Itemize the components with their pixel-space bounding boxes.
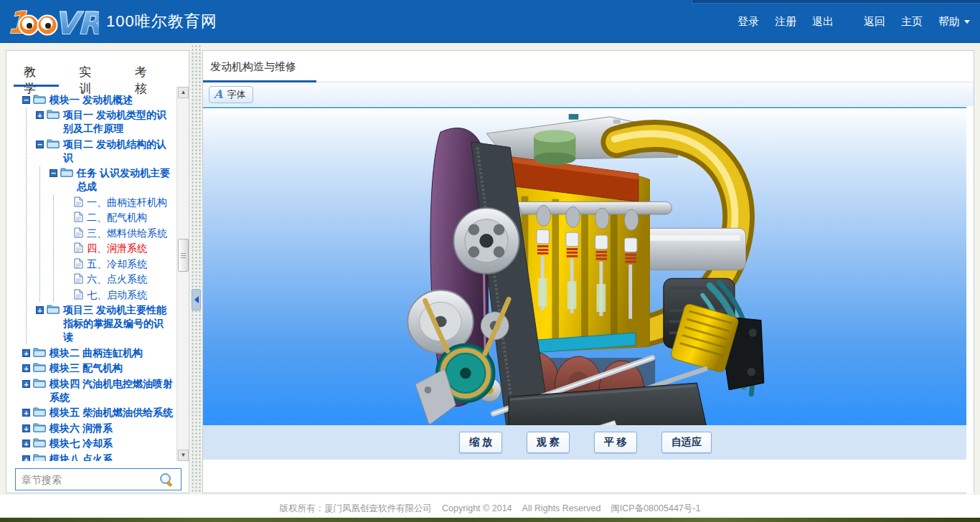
tree-item-label: 二、配气机构 <box>87 211 147 224</box>
expand-icon[interactable]: + <box>22 380 30 388</box>
footer-grass-strip <box>0 518 980 522</box>
nav-link-3[interactable]: 退出 <box>812 15 834 29</box>
tree-item[interactable]: +项目一 发动机类型的识别及工作原理 <box>36 108 173 136</box>
collapse-icon[interactable]: – <box>36 141 44 148</box>
tree-item[interactable]: 三、燃料供给系统 <box>63 227 173 240</box>
folder-icon <box>33 407 46 417</box>
nav-link-1[interactable]: 登录 <box>738 15 759 29</box>
expand-icon[interactable]: + <box>22 349 30 357</box>
folder-icon <box>33 94 46 104</box>
tree-item[interactable]: +模块五 柴油机燃油供给系统 <box>22 406 173 419</box>
sidebar-tab-3[interactable]: 考 核 <box>133 60 161 87</box>
chapter-search-row <box>6 461 189 490</box>
folder-icon <box>47 304 60 314</box>
panel-splitter[interactable] <box>191 44 202 493</box>
folder-icon <box>60 167 73 177</box>
tree-item[interactable]: 二、配气机构 <box>63 211 173 224</box>
tree-item-label: 七、启动系统 <box>87 288 147 302</box>
tree-item[interactable]: +模块四 汽油机电控燃油喷射系统 <box>22 377 173 404</box>
tree-item[interactable]: 一、曲柄连杆机构 <box>63 196 173 209</box>
tree-item-label: 模块六 润滑系 <box>50 422 113 435</box>
sidebar-tab-1[interactable]: 教 学 <box>22 60 50 87</box>
tree-item[interactable]: +模块七 冷却系 <box>22 437 173 450</box>
logo-100vr-icon: 1 VR <box>7 5 99 38</box>
engine-3d-viewer[interactable]: 缩 放观 察平 移自适应 <box>203 107 968 460</box>
expand-icon[interactable]: + <box>22 409 30 417</box>
course-tree-viewport: –模块一 发动机概述+项目一 发动机类型的识别及工作原理–项目二 发动机结构的认… <box>6 87 189 461</box>
document-icon <box>74 289 83 300</box>
tree-item-label: 一、曲柄连杆机构 <box>87 196 167 209</box>
document-icon <box>74 212 83 222</box>
viewer-toolbar: A 字体 <box>203 82 974 106</box>
content-tab-title[interactable]: 发动机构造与维修 <box>210 60 296 74</box>
tree-item[interactable]: –任务 认识发动机主要总成 <box>50 166 173 194</box>
engine-3d-model[interactable] <box>404 113 767 458</box>
expand-icon[interactable]: + <box>22 424 30 432</box>
tree-item[interactable]: 五、冷却系统 <box>63 257 173 271</box>
tree-item[interactable]: –模块一 发动机概述 <box>22 93 173 107</box>
folder-icon <box>33 347 46 357</box>
nav-link-4[interactable]: 返回 <box>864 15 885 29</box>
collapse-icon[interactable]: – <box>50 169 57 177</box>
expand-icon[interactable]: + <box>36 111 44 119</box>
tree-item[interactable]: 六、点火系统 <box>63 272 173 286</box>
viewer-button-3[interactable]: 平 移 <box>594 432 637 453</box>
tree-item[interactable]: –项目二 发动机结构的认识 <box>36 138 173 165</box>
nav-link-2[interactable]: 注册 <box>775 15 796 29</box>
nav-link-5[interactable]: 主页 <box>901 15 923 29</box>
folder-icon <box>47 138 60 148</box>
tree-item-label: 模块五 柴油机燃油供给系统 <box>50 406 173 419</box>
tree-item-label: 项目一 发动机类型的识别及工作原理 <box>63 108 173 136</box>
footer-text-3: All Rights Reserved <box>522 503 601 513</box>
search-icon[interactable] <box>159 472 174 488</box>
document-icon <box>74 258 83 269</box>
collapse-icon[interactable]: – <box>22 96 30 104</box>
tree-item-label: 五、冷却系统 <box>87 257 147 271</box>
font-button[interactable]: A 字体 <box>209 86 253 103</box>
scrollbar-thumb[interactable] <box>178 239 189 272</box>
tree-item[interactable]: 七、启动系统 <box>63 288 173 302</box>
sidebar-tab-2[interactable]: 实 训 <box>77 60 105 87</box>
expand-icon[interactable]: + <box>22 440 30 447</box>
tree-item[interactable]: 四、润滑系统 <box>63 242 173 255</box>
tree-item[interactable]: +模块三 配气机构 <box>22 361 173 375</box>
tree-item-label: 模块三 配气机构 <box>50 361 123 375</box>
footer-text-2: Copyright © 2014 <box>442 503 512 513</box>
scroll-up-icon[interactable]: ▲ <box>178 87 189 98</box>
nav-link-6[interactable]: 帮助 <box>938 15 970 29</box>
document-icon <box>74 242 83 253</box>
viewer-button-4[interactable]: 自适应 <box>661 432 712 453</box>
folder-icon <box>47 109 60 119</box>
tree-item-label: 模块一 发动机概述 <box>50 93 133 107</box>
tree-item-label: 模块四 汽油机电控燃油喷射系统 <box>50 377 173 404</box>
tree-item[interactable]: +项目三 发动机主要性能指标的掌握及编号的识读 <box>36 303 173 344</box>
header-nav: 登录注册退出返回主页帮助 <box>722 0 970 43</box>
svg-text:VR: VR <box>55 6 99 38</box>
tree-item[interactable]: +模块八 点火系 <box>22 452 173 462</box>
chapter-search-input[interactable] <box>15 468 182 490</box>
expand-icon[interactable]: + <box>22 455 30 462</box>
tree-item-label: 模块二 曲柄连缸机构 <box>50 346 143 360</box>
folder-icon <box>33 453 46 462</box>
viewer-button-2[interactable]: 观 察 <box>527 432 570 453</box>
site-logo[interactable]: 1 VR 100唯尔教育网 <box>7 5 217 38</box>
expand-icon[interactable]: + <box>22 364 30 372</box>
tree-item-label: 项目二 发动机结构的认识 <box>63 138 173 165</box>
footer-text-1: 版权所有：厦门凤凰创壹软件有限公司 <box>280 503 433 515</box>
tree-item-label: 任务 认识发动机主要总成 <box>77 166 173 194</box>
tree-item-label: 项目三 发动机主要性能指标的掌握及编号的识读 <box>63 303 173 344</box>
tree-scrollbar[interactable]: ▲ ▼ <box>176 87 189 461</box>
tree-item-label: 模块七 冷却系 <box>50 437 113 450</box>
expand-icon[interactable]: + <box>36 306 44 314</box>
tree-item[interactable]: +模块二 曲柄连缸机构 <box>22 346 173 360</box>
folder-icon <box>33 378 46 388</box>
collapse-sidebar-handle[interactable] <box>192 289 201 310</box>
tree-item[interactable]: +模块六 润滑系 <box>22 422 173 435</box>
folder-icon <box>33 362 46 372</box>
sidebar-tabs: 教 学实 训考 核 <box>6 51 189 87</box>
document-icon <box>74 227 83 238</box>
viewer-button-1[interactable]: 缩 放 <box>459 432 502 453</box>
scroll-down-icon[interactable]: ▼ <box>178 450 189 461</box>
chevron-left-icon <box>194 296 199 303</box>
footer: 版权所有：厦门凤凰创壹软件有限公司Copyright © 2014All Rig… <box>0 495 980 518</box>
